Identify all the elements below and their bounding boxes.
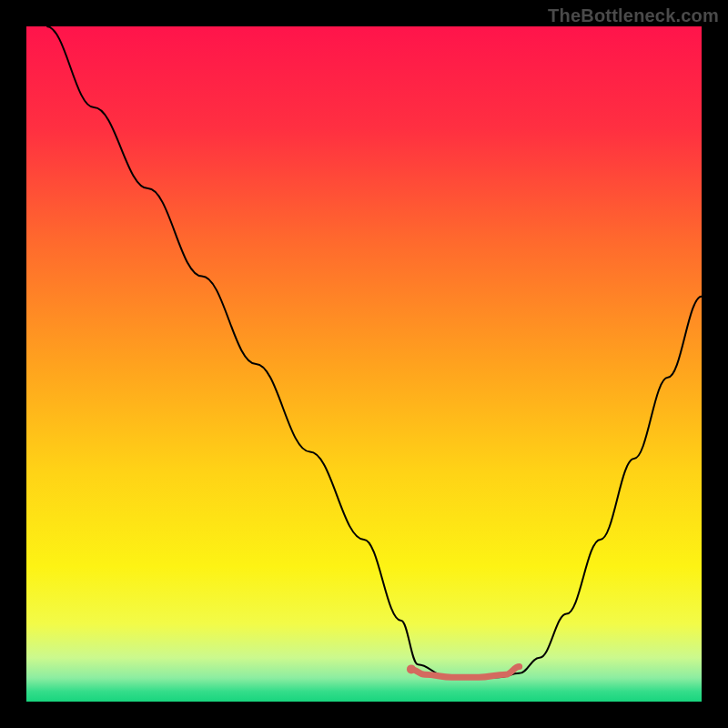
plot-svg [26,26,702,702]
optimal-marker-dot [407,664,416,673]
gradient-background [26,26,702,702]
attribution-text: TheBottleneck.com [548,5,719,26]
plot-frame [26,26,702,702]
chart-container: TheBottleneck.com [0,0,728,728]
